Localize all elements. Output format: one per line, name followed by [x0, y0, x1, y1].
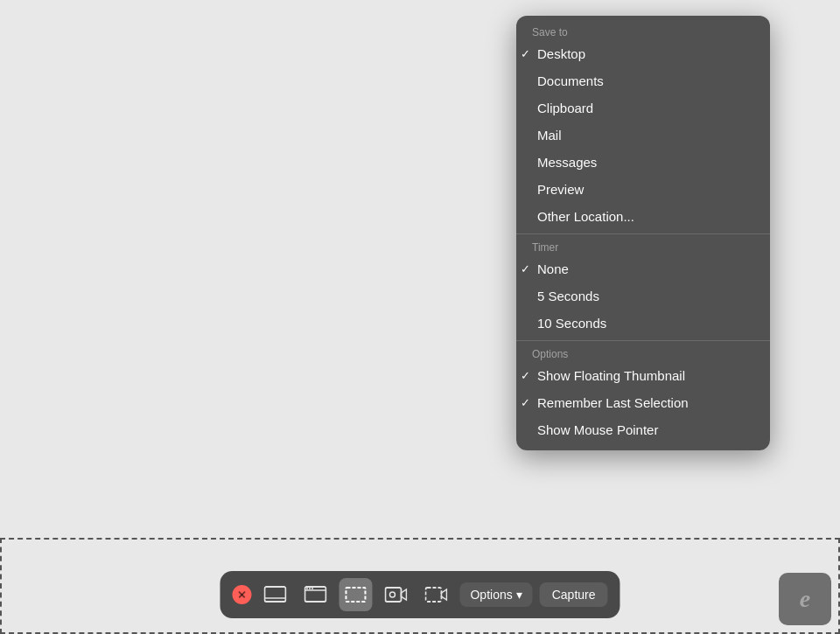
save-menu-item[interactable]: Preview — [516, 176, 770, 203]
save-menu-item[interactable]: ✓ Desktop — [516, 40, 770, 67]
svg-rect-2 — [304, 587, 326, 602]
save-menu-item[interactable]: Documents — [516, 67, 770, 94]
menu-item-label: Show Floating Thumbnail — [532, 368, 685, 383]
options-menu-item[interactable]: ✓ Show Floating Thumbnail — [516, 362, 770, 389]
chevron-down-icon: ▾ — [516, 588, 522, 602]
timer-menu-item[interactable]: 10 Seconds — [516, 310, 770, 337]
menu-item-label: Mail — [532, 128, 562, 143]
toolbar: Options ▾ Capture — [220, 571, 620, 618]
timer-menu-item[interactable]: 5 Seconds — [516, 282, 770, 310]
svg-rect-11 — [425, 588, 441, 602]
capture-button[interactable]: Capture — [540, 582, 608, 607]
options-button[interactable]: Options ▾ — [459, 582, 532, 607]
timer-menu-item[interactable]: ✓ None — [516, 255, 770, 282]
menu-item-label: 10 Seconds — [532, 316, 606, 331]
record-selection-button[interactable] — [419, 578, 452, 611]
checkmark-icon: ✓ — [518, 369, 532, 382]
save-to-label: Save to — [516, 23, 770, 40]
capture-selection-button[interactable] — [339, 578, 372, 611]
menu-item-label: Messages — [532, 155, 597, 170]
options-menu-item[interactable]: ✓ Remember Last Selection — [516, 389, 770, 416]
capture-window-button[interactable] — [298, 578, 332, 611]
checkmark-icon: ✓ — [518, 47, 532, 60]
menu-item-label: Show Mouse Pointer — [532, 422, 658, 437]
svg-point-10 — [389, 592, 395, 597]
svg-rect-8 — [385, 588, 401, 602]
save-menu-item[interactable]: Other Location... — [516, 203, 770, 230]
checkmark-icon: ✓ — [518, 396, 532, 409]
menu-item-label: Desktop — [532, 46, 585, 61]
svg-point-6 — [312, 588, 313, 589]
divider-1 — [516, 233, 770, 234]
timer-label: Timer — [516, 238, 770, 255]
menu-item-label: Clipboard — [532, 101, 593, 115]
options-label: Options — [470, 588, 512, 602]
menu-item-label: Remember Last Selection — [532, 395, 689, 410]
options-menu-item[interactable]: Show Mouse Pointer — [516, 416, 770, 443]
record-screen-button[interactable] — [379, 578, 412, 611]
menu-item-label: Preview — [532, 182, 584, 197]
menu-item-label: Other Location... — [532, 209, 634, 224]
svg-point-5 — [309, 588, 311, 589]
dropdown-menu[interactable]: Save to ✓ Desktop Documents Clipboard Ma… — [516, 16, 770, 450]
close-button[interactable] — [232, 585, 251, 604]
menu-item-label: 5 Seconds — [532, 289, 599, 303]
svg-rect-7 — [346, 588, 365, 602]
save-menu-item[interactable]: Mail — [516, 122, 770, 149]
divider-2 — [516, 340, 770, 341]
checkmark-icon: ✓ — [518, 262, 532, 275]
save-menu-item[interactable]: Clipboard — [516, 94, 770, 122]
save-menu-item[interactable]: Messages — [516, 149, 770, 176]
menu-item-label: Documents — [532, 73, 604, 88]
watermark-logo: e — [779, 573, 831, 625]
menu-item-label: None — [532, 261, 569, 276]
options-label: Options — [516, 345, 770, 362]
svg-point-4 — [306, 588, 308, 589]
svg-rect-0 — [264, 587, 285, 602]
capture-screen-button[interactable] — [258, 578, 291, 611]
